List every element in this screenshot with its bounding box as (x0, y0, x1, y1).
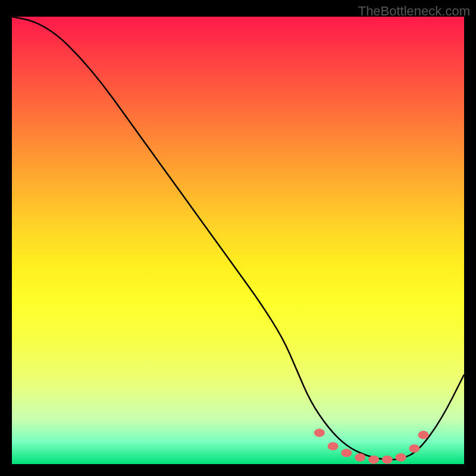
plot-area (12, 17, 464, 464)
marker-dot (355, 453, 365, 462)
marker-dot (341, 449, 352, 457)
chart-svg (12, 17, 464, 464)
marker-dot (418, 431, 429, 439)
optimal-range-markers (314, 428, 429, 464)
marker-dot (314, 428, 325, 437)
marker-dot (382, 456, 393, 464)
chart-container: TheBottleneck.com (0, 0, 476, 476)
bottleneck-curve (12, 17, 464, 460)
marker-dot (409, 444, 419, 453)
marker-dot (328, 442, 339, 450)
marker-dot (368, 456, 379, 464)
marker-dot (396, 453, 406, 462)
watermark-text: TheBottleneck.com (358, 4, 470, 19)
